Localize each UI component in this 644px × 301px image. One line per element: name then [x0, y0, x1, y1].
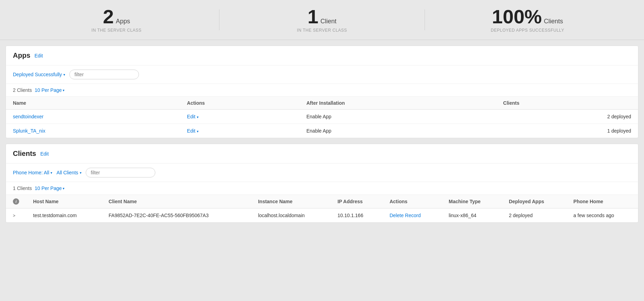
- stat-clients: 1 Client IN THE SERVER CLASS: [219, 7, 425, 33]
- apps-title: Apps: [13, 52, 30, 60]
- phone-home-dropdown[interactable]: Phone Home: All ▾: [13, 170, 52, 175]
- stat-apps-label: Apps: [116, 18, 130, 25]
- apps-filter-row: Deployed Successfully ▾: [6, 65, 638, 84]
- stats-bar: 2 Apps IN THE SERVER CLASS 1 Client IN T…: [0, 0, 644, 40]
- clients-col-phonehome: Phone Home: [566, 195, 638, 208]
- apps-per-page-dropdown[interactable]: 10 Per Page ▾: [34, 87, 64, 93]
- client-machinetype-cell: linux-x86_64: [442, 208, 502, 223]
- apps-table: Name Actions After Installation Clients …: [6, 97, 638, 138]
- apps-table-header-row: Name Actions After Installation Clients: [6, 97, 638, 110]
- apps-col-after-installation: After Installation: [300, 97, 496, 110]
- deployed-chevron-icon: ▾: [63, 73, 65, 77]
- clients-col-instancename: Instance Name: [251, 195, 331, 208]
- app-name-link[interactable]: Splunk_TA_nix: [13, 128, 45, 134]
- app-edit-chevron-icon: ▾: [197, 129, 199, 133]
- clients-per-page-label: 10 Per Page: [34, 185, 62, 191]
- client-expand-cell: >: [6, 208, 26, 223]
- client-instancename-cell: localhost.localdomain: [251, 208, 331, 223]
- app-name-link[interactable]: sendtoindexer: [13, 114, 44, 119]
- apps-col-clients: Clients: [496, 97, 638, 110]
- table-row: sendtoindexer Edit ▾ Enable App 2 deploy…: [6, 110, 638, 124]
- all-clients-dropdown[interactable]: All Clients ▾: [56, 170, 81, 175]
- clients-title: Clients: [13, 150, 36, 158]
- clients-per-page-chevron-icon: ▾: [63, 187, 64, 190]
- client-clientname-cell: FA9852AD-7E2C-40FE-AC55-560FB95067A3: [102, 208, 251, 223]
- app-clients-cell: 2 deployed: [496, 110, 638, 124]
- clients-table-header-row: i Host Name Client Name Instance Name IP…: [6, 195, 638, 208]
- expand-row-icon[interactable]: >: [13, 213, 15, 218]
- client-deployedapps-cell: 2 deployed: [502, 208, 566, 223]
- app-after-installation-cell: Enable App: [300, 110, 496, 124]
- all-clients-chevron-icon: ▾: [80, 171, 82, 175]
- clients-count-label: 1 Clients: [13, 185, 32, 191]
- app-clients-cell: 1 deployed: [496, 124, 638, 138]
- apps-filter-input[interactable]: [69, 70, 139, 79]
- apps-edit-link[interactable]: Edit: [34, 53, 43, 58]
- stat-deployed-number: 100%: [492, 7, 542, 26]
- clients-col-ipaddress: IP Address: [331, 195, 382, 208]
- delete-record-link[interactable]: Delete Record: [389, 213, 421, 218]
- app-after-installation-cell: Enable App: [300, 124, 496, 138]
- apps-pagination-row: 2 Clients 10 Per Page ▾: [6, 84, 638, 97]
- apps-count-label: 2 Clients: [13, 87, 32, 93]
- stat-apps-number: 2: [103, 7, 114, 26]
- app-edit-chevron-icon: ▾: [197, 115, 199, 119]
- main-content: Apps Edit Deployed Successfully ▾ 2 Clie…: [0, 40, 644, 228]
- clients-col-deployedapps: Deployed Apps: [502, 195, 566, 208]
- client-actions-cell: Delete Record: [382, 208, 442, 223]
- all-clients-label: All Clients: [56, 170, 78, 175]
- clients-col-actions: Actions: [382, 195, 442, 208]
- app-actions-cell: Edit ▾: [180, 110, 300, 124]
- clients-filter-row: Phone Home: All ▾ All Clients ▾: [6, 164, 638, 182]
- clients-card-header: Clients Edit: [6, 144, 638, 164]
- apps-col-name: Name: [6, 97, 180, 110]
- clients-col-info: i: [6, 195, 26, 208]
- phone-home-label: Phone Home: All: [13, 170, 49, 175]
- app-edit-link[interactable]: Edit: [187, 128, 195, 134]
- app-name-cell: sendtoindexer: [6, 110, 180, 124]
- apps-per-page-chevron-icon: ▾: [63, 88, 64, 92]
- table-row: Splunk_TA_nix Edit ▾ Enable App 1 deploy…: [6, 124, 638, 138]
- clients-table: i Host Name Client Name Instance Name IP…: [6, 195, 638, 222]
- clients-per-page-dropdown[interactable]: 10 Per Page ▾: [34, 185, 64, 191]
- client-ipaddress-cell: 10.10.1.166: [331, 208, 382, 223]
- clients-pagination-row: 1 Clients 10 Per Page ▾: [6, 182, 638, 195]
- deployed-successfully-label: Deployed Successfully: [13, 72, 62, 77]
- stat-deployed-label: Clients: [544, 18, 563, 25]
- stat-clients-label: Client: [320, 18, 336, 25]
- phone-home-chevron-icon: ▾: [51, 171, 52, 175]
- stat-apps: 2 Apps IN THE SERVER CLASS: [14, 7, 219, 33]
- deployed-successfully-dropdown[interactable]: Deployed Successfully ▾: [13, 72, 65, 77]
- apps-card-header: Apps Edit: [6, 46, 638, 65]
- clients-card: Clients Edit Phone Home: All ▾ All Clien…: [6, 144, 638, 223]
- apps-card: Apps Edit Deployed Successfully ▾ 2 Clie…: [6, 46, 638, 138]
- table-row: > test.testdomain.com FA9852AD-7E2C-40FE…: [6, 208, 638, 223]
- stat-apps-subtitle: IN THE SERVER CLASS: [92, 28, 142, 33]
- app-actions-cell: Edit ▾: [180, 124, 300, 138]
- app-edit-link[interactable]: Edit: [187, 114, 195, 119]
- clients-col-machinetype: Machine Type: [442, 195, 502, 208]
- stat-deployed: 100% Clients DEPLOYED APPS SUCCESSFULLY: [425, 7, 630, 33]
- clients-col-hostname: Host Name: [26, 195, 102, 208]
- client-phonehome-cell: a few seconds ago: [566, 208, 638, 223]
- stat-clients-number: 1: [308, 7, 318, 26]
- stat-deployed-subtitle: DEPLOYED APPS SUCCESSFULLY: [491, 28, 564, 33]
- info-icon: i: [13, 198, 19, 205]
- app-name-cell: Splunk_TA_nix: [6, 124, 180, 138]
- apps-col-actions: Actions: [180, 97, 300, 110]
- clients-edit-link[interactable]: Edit: [40, 151, 49, 157]
- clients-filter-input[interactable]: [86, 168, 155, 177]
- apps-per-page-label: 10 Per Page: [34, 87, 62, 93]
- client-hostname-cell: test.testdomain.com: [26, 208, 102, 223]
- stat-clients-subtitle: IN THE SERVER CLASS: [297, 28, 347, 33]
- clients-col-clientname: Client Name: [102, 195, 251, 208]
